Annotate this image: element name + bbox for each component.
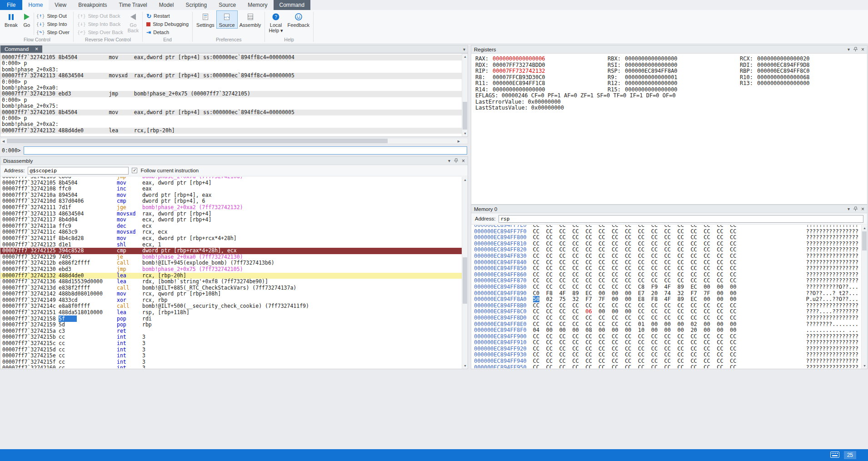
assembly-button[interactable]: 01011010 Assembly <box>237 11 264 28</box>
status-badge[interactable]: 25 <box>844 451 856 459</box>
chevron-down-icon[interactable]: ▾ <box>448 158 450 163</box>
disassembly-row[interactable]: 00007ff7`3274213de838f2ffffcallbomb!@ILT… <box>0 285 462 291</box>
command-input[interactable] <box>24 146 467 155</box>
step-over-button[interactable]: {↷} Step Over <box>34 28 72 36</box>
pin-icon[interactable] <box>853 47 858 52</box>
command-panel-tab[interactable]: Command × <box>0 45 42 53</box>
chevron-down-icon[interactable]: ▾ <box>848 47 850 52</box>
disassembly-row[interactable]: 00007ff7`3274211348634504movsxdrax, dwor… <box>0 211 462 217</box>
disassembly-row[interactable]: 00007ff7`327421297405jebomb!phase_2+0xa0… <box>0 254 462 261</box>
chevron-down-icon[interactable]: ▾ <box>463 47 465 52</box>
register-pair[interactable]: R11:000000EC894FF1C8 <box>475 80 608 87</box>
pin-icon[interactable] <box>853 206 858 211</box>
disassembly-row[interactable]: 00007ff7`32742130ebd3jmpbomb!phase_2+0x7… <box>0 266 462 273</box>
disassembly-row[interactable]: 00007ff7`3274215cccint3 <box>0 341 462 347</box>
disassembly-row[interactable]: 00007ff7`3274215ac3ret <box>0 328 462 335</box>
memory-row[interactable]: 000000EC894FF910CC CC CC CC CC CC CC CC … <box>471 340 861 346</box>
register-pair[interactable]: RDI:000000EC894FF9D8 <box>740 62 810 69</box>
disassembly-row[interactable]: 00007ff7`3274210a894504movdword ptr [rbp… <box>0 192 462 199</box>
follow-current-instruction-checkbox[interactable]: ✓ <box>132 168 137 173</box>
command-horizontal-scrollbar[interactable]: ◀ ▶ <box>0 138 468 144</box>
disassembly-vertical-scrollbar[interactable]: ▲ ▼ <box>462 177 468 369</box>
memory-row[interactable]: 000000EC894FF850CC CC CC CC CC CC CC CC … <box>471 266 861 272</box>
memory-row[interactable]: 000000EC894FF870CC CC CC CC CC CC CC CC … <box>471 278 861 284</box>
tab-view[interactable]: View <box>49 0 72 10</box>
scroll-left-arrow[interactable]: ◀ <box>0 138 6 144</box>
memory-row[interactable]: 000000EC894FF800CC CC CC CC CC CC CC CC … <box>471 235 861 241</box>
keyboard-icon[interactable] <box>830 451 839 459</box>
disassembly-row[interactable]: 00007ff7`32742125394c8528cmpdword ptr [r… <box>0 248 462 254</box>
register-pair[interactable]: RSP:000000EC894FF8A0 <box>608 68 740 75</box>
register-pair[interactable]: R10:0000000000000068 <box>740 75 810 81</box>
scrollbar-thumb[interactable] <box>463 257 467 303</box>
tab-command[interactable]: Command <box>274 0 310 10</box>
scroll-up-arrow[interactable]: ▲ <box>462 177 468 183</box>
disassembly-address-input[interactable] <box>28 167 129 175</box>
memory-vertical-scrollbar[interactable]: ▲ ▼ <box>861 225 867 369</box>
disassembly-row[interactable]: 00007ff7`32742132488d4de0learcx, [rbp-20… <box>0 273 462 279</box>
tab-file[interactable]: File <box>0 0 22 10</box>
source-button[interactable]: </> Source <box>217 11 237 28</box>
disassembly-row[interactable]: 00007ff7`3274212be886f2ffffcallbomb!@ILT… <box>0 260 462 266</box>
disassembly-row[interactable]: 00007ff7`3274210d837d0406cmpdword ptr [r… <box>0 198 462 205</box>
disassembly-row[interactable]: 00007ff7`327421595dpoprbp <box>0 322 462 328</box>
disassembly-row[interactable]: 00007ff7`3274215eccint3 <box>0 353 462 359</box>
memory-row[interactable]: 000000EC894FF8E0CC CC CC CC CC CC CC CC … <box>471 321 861 328</box>
tab-source[interactable]: Source <box>213 0 242 10</box>
stop-debugging-button[interactable]: Stop Debugging <box>144 20 191 28</box>
tab-scripting[interactable]: Scripting <box>180 0 213 10</box>
memory-row[interactable]: 000000EC894FF860CC CC CC CC CC CC CC CC … <box>471 272 861 278</box>
disassembly-row[interactable]: 00007ff7`32742151488da518010000learsp, [… <box>0 310 462 316</box>
tab-breakpoints[interactable]: Breakpoints <box>72 0 113 10</box>
disassembly-row[interactable]: 00007ff7`3274211c4863c9movsxdrcx, ecx <box>0 229 462 236</box>
scroll-right-arrow[interactable]: ▶ <box>456 138 462 144</box>
step-into-back-button[interactable]: {↓} Step Into Back <box>75 20 125 28</box>
scroll-down-arrow[interactable]: ▼ <box>862 363 868 369</box>
register-pair[interactable]: R13:0000000000000000 <box>740 80 810 87</box>
disassembly-row[interactable]: 00007ff7`327421058b4504moveax, dword ptr… <box>0 180 462 186</box>
detach-button[interactable]: ⇥ Detach <box>144 28 191 36</box>
memory-row[interactable]: 000000EC894FF950CC CC CC CC CC CC CC CC … <box>471 365 861 368</box>
memory-row[interactable]: 000000EC894FF820CC CC CC CC CC CC CC CC … <box>471 247 861 253</box>
tab-home[interactable]: Home <box>22 0 49 10</box>
pin-icon[interactable] <box>454 158 459 163</box>
memory-row[interactable]: 000000EC894FF7F0CC CC CC CC CC CC CC CC … <box>471 229 861 235</box>
memory-row[interactable]: 000000EC894FF900CC CC CC CC CC CC CC CC … <box>471 334 861 340</box>
register-pair[interactable]: R15:0000000000000000 <box>608 87 678 93</box>
step-out-button[interactable]: {↑} Step Out <box>34 12 72 20</box>
scroll-down-arrow[interactable]: ▼ <box>462 130 468 136</box>
settings-button[interactable]: Settings <box>194 11 217 28</box>
tab-memory[interactable]: Memory <box>242 0 273 10</box>
scrollbar-thumb[interactable] <box>463 102 467 130</box>
memory-row[interactable]: 000000EC894FF8D0CC CC CC CC CC CC CC CC … <box>471 315 861 321</box>
close-icon[interactable]: × <box>462 158 465 164</box>
disassembly-row[interactable]: 00007ff7`3274215dccint3 <box>0 347 462 353</box>
disassembly-row[interactable]: 00007ff7`3274211affc9dececx <box>0 223 462 230</box>
memory-row[interactable]: 000000EC894FF8F004 00 00 00 08 00 00 00 … <box>471 327 861 334</box>
feedback-button[interactable]: Feedback <box>285 11 312 28</box>
disassembly-row[interactable]: 00007ff7`32742136488d15539d0000leardx, [… <box>0 279 462 285</box>
disassembly-row[interactable]: 00007ff7`32742160ccint3 <box>0 365 462 368</box>
register-pair[interactable]: RSI:0000000000000000 <box>608 62 740 69</box>
memory-address-input[interactable] <box>499 215 863 223</box>
chevron-down-icon[interactable]: ▾ <box>848 206 850 211</box>
memory-row[interactable]: 000000EC894FF8A050 02 75 32 F7 7F 00 00 … <box>471 296 861 303</box>
scrollbar-thumb[interactable] <box>862 231 867 251</box>
register-pair[interactable]: RDX:00007FF73274BDD0 <box>475 62 608 69</box>
tab-model[interactable]: Model <box>153 0 180 10</box>
register-pair[interactable]: R14:0000000000000000 <box>475 87 608 93</box>
step-out-back-button[interactable]: {↑} Step Out Back <box>75 12 125 20</box>
memory-row[interactable]: 000000EC894FF810CC CC CC CC CC CC CC CC … <box>471 241 861 247</box>
register-pair[interactable]: RBX:0000000000000000 <box>608 56 740 62</box>
close-icon[interactable]: × <box>861 206 864 212</box>
register-pair[interactable]: R9:0000000000000001 <box>608 75 740 81</box>
memory-row[interactable]: 000000EC894FF8C0CC CC CC CC 06 00 00 00 … <box>471 309 861 315</box>
scrollbar-thumb[interactable] <box>7 139 388 143</box>
disassembly-row[interactable]: 00007ff7`327421117d1fjgebomb!phase_2+0xa… <box>0 205 462 211</box>
local-help-button[interactable]: ? Local Help ▾ <box>266 11 285 34</box>
close-icon[interactable]: × <box>861 47 864 52</box>
restart-button[interactable]: ↻ Restart <box>144 12 191 20</box>
disassembly-row[interactable]: 00007ff7`327421494833cdxorrcx, rbp <box>0 297 462 304</box>
memory-row[interactable]: 000000EC894FF920CC CC CC CC CC CC CC CC … <box>471 346 861 352</box>
disassembly-row[interactable]: 00007ff7`32742123d1e1shlecx, 1 <box>0 242 462 248</box>
